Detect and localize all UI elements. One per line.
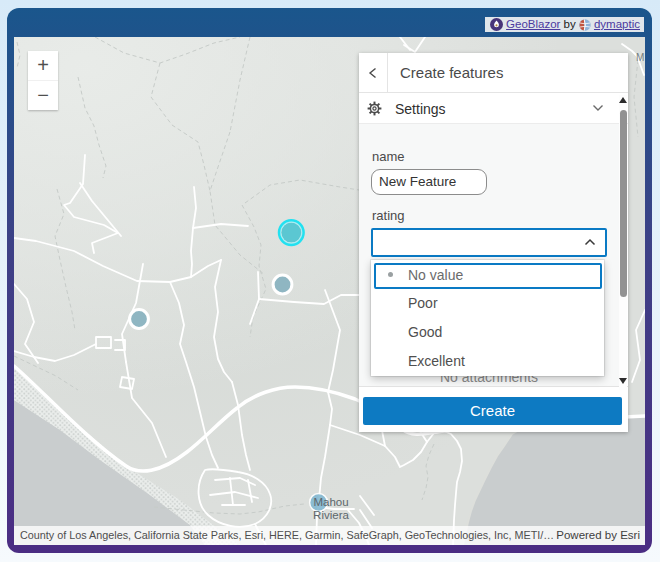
svg-text:Mahou: Mahou (313, 496, 348, 508)
svg-text:Riviera: Riviera (313, 509, 349, 521)
svg-text:M: M (636, 52, 644, 63)
